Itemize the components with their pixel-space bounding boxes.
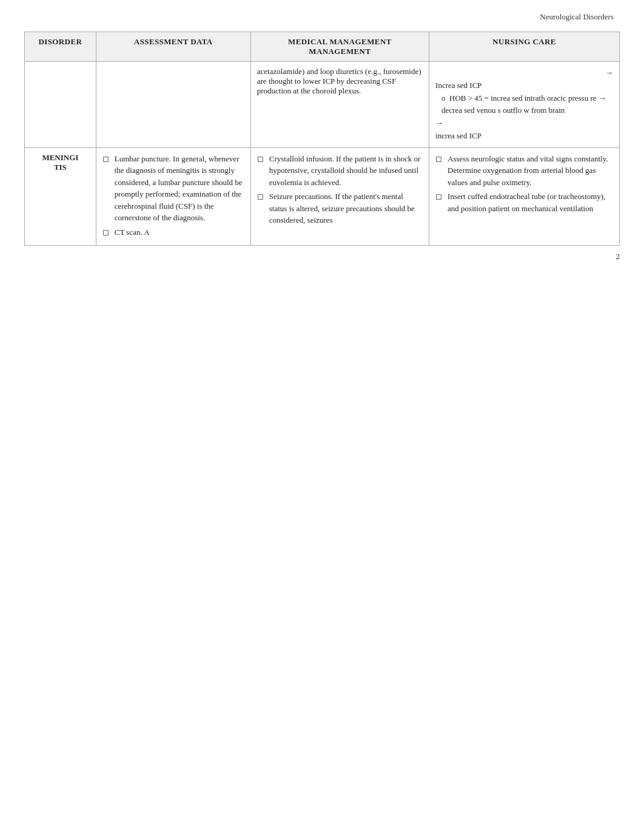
list-item: ◻ Insert cuffed endotracheal tube (or tr… (435, 191, 613, 214)
medical-cell-meningitis: ◻ Crystalloid infusion. If the patient i… (250, 147, 429, 246)
medical-cell-1: acetazolamide) and loop diuretics (e.g.,… (250, 62, 429, 148)
col-header-medical: MEDICAL MANAGEMENTMANAGEMENT (250, 32, 429, 62)
bullet-icon-1: ◻ (102, 153, 112, 165)
table-row-meningitis: MENINGITIS ◻ Lumbar puncture. In general… (25, 147, 620, 246)
assessment-item-2: CT scan. A (115, 226, 244, 238)
col-header-assessment: ASSESSMENT DATA (96, 32, 250, 62)
nursing-cell-1: → Increa sed ICP o HOB > 45 = increa sed… (429, 62, 620, 148)
bullet-icon-6: ◻ (435, 191, 445, 203)
assessment-item-1: Lumbar puncture. In general, whenever th… (115, 153, 244, 224)
list-item: ◻ Assess neurologic status and vital sig… (435, 153, 613, 189)
medical-item-1: Crystalloid infusion. If the patient is … (269, 153, 423, 189)
page-number: 2 (24, 252, 620, 262)
assessment-cell-1 (96, 62, 250, 148)
disorder-cell-1 (25, 62, 96, 148)
list-item: ◻ CT scan. A (102, 226, 244, 238)
table-row: acetazolamide) and loop diuretics (e.g.,… (25, 62, 620, 148)
main-table: DISORDER ASSESSMENT DATA MEDICAL MANAGEM… (24, 32, 620, 246)
nursing-cell-meningitis: ◻ Assess neurologic status and vital sig… (429, 147, 620, 246)
page-title: Neurological Disorders (540, 12, 614, 21)
nursing-arrow-2: → (435, 117, 613, 130)
disorder-cell-meningitis: MENINGITIS (25, 147, 96, 246)
medical-item-2: Seizure precautions. If the patient's me… (269, 191, 423, 226)
list-item: ◻ Seizure precautions. If the patient's … (257, 191, 423, 226)
assessment-cell-meningitis: ◻ Lumbar puncture. In general, whenever … (96, 147, 250, 246)
nursing-list-meningitis: ◻ Assess neurologic status and vital sig… (435, 153, 613, 215)
bullet-icon-3: ◻ (257, 153, 267, 165)
list-item: ◻ Lumbar puncture. In general, whenever … (102, 153, 244, 224)
disorder-label-meningitis: MENINGITIS (31, 153, 90, 172)
nursing-line-4: increa sed ICP (435, 130, 613, 143)
nursing-item-2: Insert cuffed endotracheal tube (or trac… (448, 191, 613, 214)
nursing-arrow-1: → (435, 67, 613, 79)
list-item: ◻ Crystalloid infusion. If the patient i… (257, 153, 423, 189)
col-header-nursing: NURSING CARE (429, 32, 620, 62)
nursing-line-3: o HOB > 45 = increa sed intrath oracic p… (441, 92, 613, 118)
assessment-list-meningitis: ◻ Lumbar puncture. In general, whenever … (102, 153, 244, 238)
bullet-icon-5: ◻ (435, 153, 445, 165)
col-header-disorder: DISORDER (25, 32, 96, 62)
bullet-icon-4: ◻ (257, 191, 267, 203)
nursing-line-2: Increa sed ICP (435, 79, 613, 92)
medical-text-1: acetazolamide) and loop diuretics (e.g.,… (257, 67, 421, 95)
bullet-icon-2: ◻ (102, 226, 112, 238)
nursing-block-1: → Increa sed ICP o HOB > 45 = increa sed… (435, 67, 613, 143)
nursing-item-1: Assess neurologic status and vital signs… (448, 153, 613, 189)
page-header: Neurological Disorders (24, 12, 620, 22)
medical-list-meningitis: ◻ Crystalloid infusion. If the patient i… (257, 153, 423, 226)
